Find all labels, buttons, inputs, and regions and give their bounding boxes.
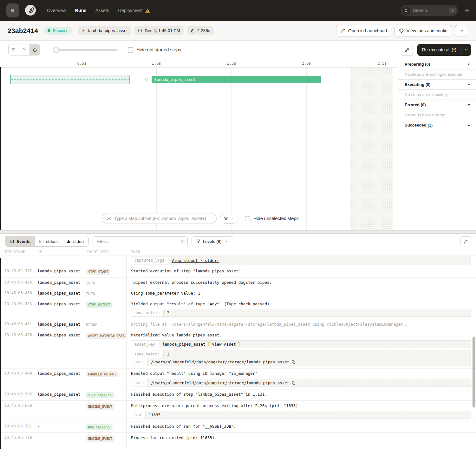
axis-tick-label: 0.5s [77,61,87,66]
event-op: lambda_pipes_asset [33,288,82,299]
axis-tick-label: 2.0s [302,61,311,66]
status-section-succeeded[interactable]: Succeeded (1)▸ [398,120,476,130]
event-op: - [33,401,82,421]
view-mode-timed-button[interactable] [29,44,40,55]
event-op [33,256,82,266]
dagster-logo[interactable] [23,3,37,17]
event-row[interactable]: captured_logsView stdout / stderr [0,256,476,266]
event-row[interactable]: 13:45:02.372lambda_pipes_assetSTEP_START… [0,266,476,277]
step-subset-input[interactable] [102,213,217,224]
event-timestamp: 13:45:03.716 [0,433,33,444]
event-row[interactable]: 13:45:03.716-ENGINE_EVENTProcess for run… [0,433,476,444]
hide-not-started-checkbox[interactable]: Hide not started steps [128,47,181,53]
chevron-down-icon [459,28,464,33]
levels-label: Levels (6) [203,239,222,244]
event-op: lambda_pipes_asset [33,330,82,368]
step-status-sidebar: Preparing (0)▾No steps are waiting to ex… [398,59,476,230]
event-row[interactable]: 13:45:03.696-ENGINE_EVENTMultiprocess ex… [0,401,476,421]
global-search-input[interactable]: Search... / [401,5,458,16]
nav-item-runs[interactable]: Runs [75,8,86,13]
event-type-badge: ASSET_MATERIALIZAT… [86,333,127,339]
slider-thumb[interactable] [53,47,59,53]
hide-unselected-checkbox[interactable]: Hide unselected steps [245,216,299,221]
event-row[interactable]: 13:45:03.498lambda_pipes_assetHANDLED_OU… [0,368,476,389]
checkbox-box[interactable] [128,47,133,53]
open-in-launchpad-button[interactable]: Open in Launchpad [336,25,391,36]
copy-icon[interactable] [291,359,296,364]
event-type: RUN_SUCCESS [82,421,127,433]
event-row[interactable]: 13:45:03.438lambda_pipes_assetINFOUsing … [0,288,476,299]
event-info-text: Finished execution of step "lambda_pipes… [131,392,472,397]
nav-item-assets[interactable]: Assets [95,8,109,13]
run-tag-chip[interactable]: Dec 4, 1:45:01 PM [134,26,184,35]
tab-stderr[interactable]: stderr [62,236,88,246]
event-metadata-row: captured_logsView stdout / stderr [131,257,471,264]
funnel-icon [196,239,201,244]
event-row[interactable]: 13:45:03.470lambda_pipes_assetASSET_MATE… [0,330,476,368]
warning-icon [66,239,71,244]
nav-item-overview[interactable]: Overview [47,8,66,13]
slider-track [54,49,117,51]
menu-button[interactable] [6,3,19,17]
graph-query-toggle-button[interactable] [220,214,238,224]
metadata-text: 11635 [149,413,161,417]
hide-unselected-label: Hide unselected steps [253,216,299,221]
metadata-link[interactable]: /Users/alangenfeld/data/dagster/storage/… [151,381,290,385]
status-section-caption: No steps have errored [398,110,476,120]
reexecute-all-button[interactable]: Re-execute all (*) [417,44,461,56]
search-placeholder: Search... [413,8,449,13]
event-row[interactable]: 13:45:03.701-RUN_SUCCESSFinished executi… [0,421,476,433]
waterfall-gantt-icon [22,47,27,52]
event-type: ENGINE_EVENT [82,433,127,444]
event-type: ASSET_MATERIALIZAT… [82,330,127,368]
reexecute-button-group: Re-execute all (*) [417,44,471,56]
run-more-actions-button[interactable] [455,25,468,36]
gantt-bottom-controls: Hide unselected steps [102,213,299,224]
copy-icon[interactable] [291,380,296,385]
event-row[interactable]: 13:45:03.453lambda_pipes_assetSTEP_OUTPU… [0,299,476,320]
view-asset-link[interactable]: View Asset [212,342,236,347]
view-tags-config-button[interactable]: View tags and config [394,25,452,36]
view-mode-waterfall-button[interactable] [19,44,29,55]
nav-item-deployment[interactable]: Deployment [118,8,150,13]
gantt-expand-button[interactable] [401,44,413,56]
event-row[interactable]: 13:45:03.461lambda_pipes_assetDEBUGWriti… [0,319,476,330]
event-type: INFO [82,277,127,288]
tab-stdout[interactable]: stdout [35,236,62,246]
event-type-badge: ENGINE_EVENT [86,435,114,442]
event-timestamp: 13:45:03.505 [0,389,33,400]
checkbox-box[interactable] [245,216,250,221]
event-log-table: TIMESTAMPOPEVENT TYPEINFO captured_logsV… [0,249,476,449]
reexecute-options-button[interactable] [461,44,471,56]
filler-cell [82,444,127,449]
run-tag-label: lambda_pipes_asset [88,28,127,33]
metadata-link[interactable]: /Users/alangenfeld/data/dagster/storage/… [151,360,290,364]
run-tag-chip[interactable]: 2.286s [187,26,214,35]
events-expand-button[interactable] [460,236,471,246]
event-info: Process for run exited (pid: 11635). [127,433,476,444]
status-section-preparing[interactable]: Preparing (0)▾ [398,59,476,69]
metadata-value: lambda_pipes_asset [View Asset] [159,341,471,348]
tab-events[interactable]: Events [5,236,35,246]
event-type: STEP_START [82,266,127,277]
view-mode-flat-button[interactable] [9,44,19,55]
gantt-step-bar[interactable]: lambda_pipes_asset [152,76,321,83]
open-in-launchpad-label: Open in Launchpad [348,28,387,33]
status-section-executing[interactable]: Executing (0)▾ [398,80,476,90]
metadata-value: /Users/alangenfeld/data/dagster/storage/… [148,379,471,387]
status-section-errored[interactable]: Errored (0)▾ [398,100,476,110]
panel-splitter[interactable] [0,230,476,234]
expand-icon [463,238,468,244]
gantt-zoom-slider[interactable] [54,47,117,53]
metadata-link[interactable]: View stdout / stderr [172,258,219,263]
run-tag-chip[interactable]: lambda_pipes_asset [78,26,131,35]
levels-filter-button[interactable]: Levels (6) [192,236,233,246]
event-timestamp: 13:45:03.470 [0,330,33,368]
vertical-scrollbar[interactable] [473,337,475,407]
settings-button[interactable] [463,7,471,14]
event-row[interactable]: 13:45:03.505lambda_pipes_assetSTEP_SUCCE… [0,389,476,401]
log-filter-input[interactable] [93,236,188,246]
event-row[interactable]: 13:45:03.424lambda_pipes_assetINFO[pipes… [0,277,476,288]
clear-filter-icon[interactable] [180,238,185,244]
event-type-badge: RUN_SUCCESS [86,424,113,430]
